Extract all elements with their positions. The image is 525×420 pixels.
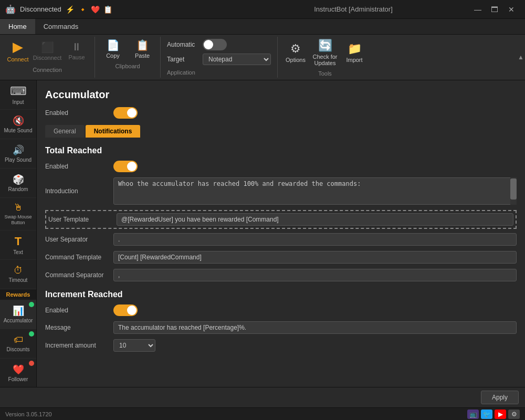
follower-label: Follower	[8, 376, 28, 382]
playsound-icon: 🔊	[13, 144, 24, 156]
main-layout: ⌨ Input 🔇 Mute Sound 🔊 Play Sound 🎲 Rand…	[0, 80, 525, 420]
introduction-scrollbar[interactable]	[510, 177, 517, 205]
copy-label: Copy	[106, 52, 120, 59]
tab-notifications[interactable]: Notifications	[86, 125, 141, 138]
tabs-bar: General Notifications	[45, 125, 517, 138]
tab-general[interactable]: General	[45, 125, 85, 138]
disconnect-button[interactable]: ⬛ Disconnect	[34, 37, 61, 65]
connect-icon: ▶	[13, 39, 23, 55]
connect-button[interactable]: ▶ Connect	[4, 37, 32, 65]
swapbtn-icon: 🖱	[14, 202, 23, 213]
user-separator-row: User Separator	[45, 233, 517, 246]
connection-buttons: ▶ Connect ⬛ Disconnect ⏸ Pause	[4, 37, 90, 65]
maximize-button[interactable]: 🗖	[486, 2, 503, 17]
sidebar-item-playsound[interactable]: 🔊 Play Sound	[0, 139, 36, 169]
user-template-label: User Template	[48, 216, 117, 223]
mutesound-label: Mute Sound	[4, 128, 33, 133]
increment-enabled-row: Enabled	[45, 304, 517, 316]
disconnect-label: Disconnect	[33, 55, 61, 61]
follower-icon: ❤️	[13, 364, 24, 375]
application-group-label: Application	[167, 68, 271, 76]
tray-icon-4: 📋	[103, 5, 113, 14]
window-controls: — 🗖 ✕	[469, 2, 520, 17]
timeout-label: Timeout	[9, 277, 28, 283]
apply-bar: Apply	[0, 387, 525, 407]
tray-icon-2: 🔸	[78, 5, 88, 14]
toolbar-application-group: Automatic Target Notepad Application	[161, 37, 278, 78]
sidebar-item-accumulator[interactable]: 📊 Accumulator	[0, 300, 36, 329]
sidebar-item-timeout[interactable]: ⏱ Timeout	[0, 260, 36, 289]
total-enabled-toggle[interactable]	[113, 161, 138, 172]
user-separator-input[interactable]	[113, 233, 517, 246]
status-bar: Version 3.05.1720 📺 🐦 ▶ ⚙	[0, 407, 525, 420]
youtube-status-icon[interactable]: ▶	[495, 410, 506, 419]
input-icon: ⌨	[10, 85, 27, 98]
automatic-label: Automatic	[167, 41, 198, 48]
page-title: Accumulator	[45, 89, 517, 101]
toolbar-collapse-button[interactable]: ▲	[517, 35, 525, 80]
connect-label: Connect	[7, 56, 29, 62]
introduction-scrollthumb	[510, 178, 517, 200]
tray-icons: ⚡ 🔸 ❤️ 📋	[66, 5, 113, 14]
options-button[interactable]: ⚙ Options	[282, 37, 309, 68]
command-separator-input[interactable]	[113, 269, 517, 281]
main-enabled-toggle[interactable]	[113, 107, 138, 119]
command-template-label: Command Template	[45, 254, 113, 261]
text-label: Text	[13, 249, 23, 255]
toolbar-connection-group: ▶ Connect ⬛ Disconnect ⏸ Pause Connectio…	[0, 37, 95, 78]
sidebar-item-random[interactable]: 🎲 Random	[0, 169, 36, 198]
apply-button[interactable]: Apply	[481, 391, 519, 404]
swapbtn-label: Swap Mouse Button	[2, 214, 34, 226]
message-label: Message	[45, 324, 113, 331]
checkupdates-label: Check for Updates	[312, 54, 338, 66]
random-icon: 🎲	[13, 174, 24, 185]
import-button[interactable]: 📁 Import	[341, 37, 368, 68]
disconnect-icon: ⬛	[41, 41, 54, 54]
menu-item-commands[interactable]: Commands	[35, 19, 87, 34]
text-icon: T	[15, 235, 22, 248]
user-template-row-highlight: User Template	[45, 210, 517, 229]
increment-amount-row: Increment amount 10 5 25 50	[45, 339, 517, 352]
menu-item-home[interactable]: Home	[0, 19, 35, 34]
import-label: Import	[346, 57, 362, 63]
paste-button[interactable]: 📋 Paste	[129, 37, 156, 61]
minimize-button[interactable]: —	[469, 2, 486, 17]
command-separator-label: Command Separator	[45, 271, 113, 279]
checkupdates-icon: 🔄	[318, 39, 332, 52]
user-template-input[interactable]	[117, 213, 513, 226]
sidebar-item-discounts[interactable]: 🏷 Discounts	[0, 329, 36, 359]
command-template-input[interactable]	[113, 251, 517, 264]
increment-amount-select[interactable]: 10 5 25 50	[113, 339, 155, 352]
close-button[interactable]: ✕	[503, 2, 520, 17]
sidebar-item-text[interactable]: T Text	[0, 230, 36, 260]
sidebar-item-input[interactable]: ⌨ Input	[0, 80, 36, 110]
checkupdates-button[interactable]: 🔄 Check for Updates	[311, 37, 339, 68]
target-select[interactable]: Notepad	[203, 54, 271, 65]
clipboard-group-label: Clipboard	[115, 62, 140, 69]
sidebar-item-swapbtn[interactable]: 🖱 Swap Mouse Button	[0, 198, 36, 230]
copy-button[interactable]: 📄 Copy	[99, 37, 127, 61]
introduction-row: Introduction	[45, 177, 517, 205]
increment-enabled-label: Enabled	[45, 307, 113, 314]
sidebar-section-rewards: Rewards	[0, 289, 36, 300]
clipboard-buttons: 📄 Copy 📋 Paste	[99, 37, 156, 61]
twitter-status-icon[interactable]: 🐦	[481, 410, 492, 419]
options-label: Options	[286, 57, 306, 63]
status-icons: 📺 🐦 ▶ ⚙	[467, 410, 520, 419]
message-input[interactable]	[113, 321, 517, 334]
tools-buttons: ⚙ Options 🔄 Check for Updates 📁 Import	[282, 37, 368, 68]
increment-enabled-toggle[interactable]	[113, 304, 138, 316]
automatic-row: Automatic	[167, 39, 271, 50]
total-enabled-label: Enabled	[45, 163, 113, 170]
automatic-toggle[interactable]	[203, 39, 227, 50]
sidebar-item-follower[interactable]: ❤️ Follower	[0, 359, 36, 388]
sidebar-item-mutesound[interactable]: 🔇 Mute Sound	[0, 110, 36, 139]
pause-button[interactable]: ⏸ Pause	[63, 37, 90, 65]
settings-status-icon[interactable]: ⚙	[508, 410, 520, 419]
twitch-status-icon[interactable]: 📺	[467, 410, 479, 419]
introduction-textarea[interactable]	[113, 177, 517, 205]
accumulator-badge	[29, 302, 34, 307]
pause-label: Pause	[68, 54, 85, 60]
content-area: Accumulator Enabled General Notification…	[37, 80, 525, 420]
command-separator-row: Command Separator	[45, 269, 517, 281]
